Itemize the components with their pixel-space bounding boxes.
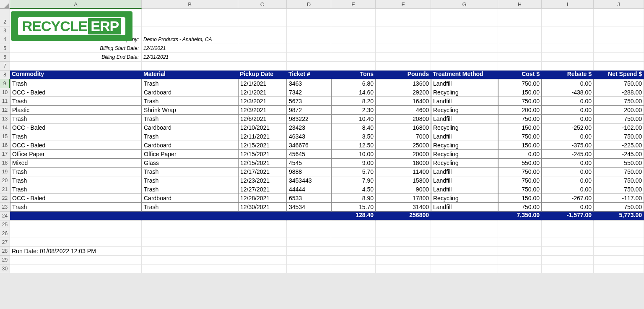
cell-7-G[interactable] <box>431 62 498 71</box>
table-cell-ticket[interactable]: 346676 <box>287 141 331 150</box>
row-header-23[interactable]: 23 <box>0 203 10 212</box>
table-cell-date[interactable]: 12/3/2021 <box>238 97 287 106</box>
table-cell-pounds[interactable]: 4600 <box>376 106 431 115</box>
table-cell-date[interactable]: 12/27/2021 <box>238 185 287 194</box>
table-cell-commodity[interactable]: Mixed <box>10 159 142 168</box>
cell-27-A[interactable] <box>10 238 142 247</box>
company-value[interactable]: Demo Products - Anaheim, CA <box>142 35 238 44</box>
total-blank-1[interactable] <box>142 212 238 220</box>
table-cell-commodity[interactable]: Trash <box>10 132 142 141</box>
billing-start-label[interactable]: Billing Start Date: <box>10 44 142 53</box>
cell-30-F[interactable] <box>376 264 431 273</box>
cell-26-B[interactable] <box>142 229 238 238</box>
cell-29-J[interactable] <box>594 256 644 264</box>
cell-7-J[interactable] <box>594 62 644 71</box>
cell-25-J[interactable] <box>594 220 644 229</box>
row-header-20[interactable]: 20 <box>0 176 10 185</box>
table-cell-date[interactable]: 12/23/2021 <box>238 176 287 185</box>
cell-29-D[interactable] <box>287 256 331 264</box>
row-header-30[interactable]: 30 <box>0 264 10 273</box>
cell-28-C[interactable] <box>238 247 287 256</box>
row-header-24[interactable]: 24 <box>0 212 10 220</box>
table-header-pounds[interactable]: Pounds <box>376 71 431 79</box>
spreadsheet-grid[interactable]: ABCDEFGHIJ123Recycling Metrics4Company:D… <box>0 0 644 273</box>
total-cost[interactable]: 7,350.00 <box>498 212 542 220</box>
table-cell-tons[interactable]: 7.90 <box>331 176 376 185</box>
table-cell-net[interactable]: -225.00 <box>594 141 644 150</box>
row-header-19[interactable]: 19 <box>0 168 10 176</box>
table-header-pickup_date[interactable]: Pickup Date <box>238 71 287 79</box>
cell-4-C[interactable] <box>238 35 287 44</box>
cell-26-H[interactable] <box>498 229 542 238</box>
table-cell-net[interactable]: 750.00 <box>594 185 644 194</box>
cell-29-I[interactable] <box>542 256 594 264</box>
table-cell-net[interactable]: 750.00 <box>594 115 644 123</box>
table-cell-net[interactable]: 750.00 <box>594 203 644 212</box>
table-header-cost[interactable]: Cost $ <box>498 71 542 79</box>
table-cell-material[interactable]: Trash <box>142 203 238 212</box>
cell-6-H[interactable] <box>498 53 542 62</box>
table-cell-cost[interactable]: 200.00 <box>498 106 542 115</box>
table-cell-net[interactable]: -102.00 <box>594 123 644 132</box>
table-cell-tons[interactable]: 8.20 <box>331 97 376 106</box>
row-header-3[interactable]: 3 <box>0 26 10 35</box>
billing-end-label[interactable]: Billing End Date: <box>10 53 142 62</box>
table-cell-pounds[interactable]: 20000 <box>376 150 431 159</box>
table-cell-material[interactable]: Cardboard <box>142 88 238 97</box>
table-cell-date[interactable]: 12/1/2021 <box>238 88 287 97</box>
table-cell-tons[interactable]: 5.70 <box>331 168 376 176</box>
cell-26-J[interactable] <box>594 229 644 238</box>
row-header-6[interactable]: 6 <box>0 53 10 62</box>
cell-26-D[interactable] <box>287 229 331 238</box>
active-cell[interactable]: Trash <box>10 79 142 88</box>
table-cell-material[interactable]: Cardboard <box>142 123 238 132</box>
table-cell-rebate[interactable]: 0.00 <box>542 79 594 88</box>
table-cell-material[interactable]: Trash <box>142 79 238 88</box>
cell-30-E[interactable] <box>331 264 376 273</box>
cell-28-J[interactable] <box>594 247 644 256</box>
table-cell-net[interactable]: -117.00 <box>594 194 644 203</box>
cell-4-F[interactable] <box>376 35 431 44</box>
table-cell-ticket[interactable]: 34534 <box>287 203 331 212</box>
row-header-5[interactable]: 5 <box>0 44 10 53</box>
table-cell-rebate[interactable]: 0.00 <box>542 106 594 115</box>
column-header-I[interactable]: I <box>542 0 594 9</box>
total-pounds[interactable]: 256800 <box>376 212 431 220</box>
table-cell-pounds[interactable]: 16400 <box>376 97 431 106</box>
table-cell-material[interactable]: Cardboard <box>142 194 238 203</box>
cell-5-D[interactable] <box>287 44 331 53</box>
cell-4-I[interactable] <box>542 35 594 44</box>
cell-29-A[interactable] <box>10 256 142 264</box>
cell-27-C[interactable] <box>238 238 287 247</box>
cell-7-F[interactable] <box>376 62 431 71</box>
table-cell-treatment[interactable]: Recycling <box>431 88 498 97</box>
table-cell-commodity[interactable]: Trash <box>10 168 142 176</box>
table-cell-tons[interactable]: 14.60 <box>331 88 376 97</box>
table-cell-material[interactable]: Trash <box>142 185 238 194</box>
table-cell-cost[interactable]: 750.00 <box>498 132 542 141</box>
table-cell-treatment[interactable]: Recycling <box>431 194 498 203</box>
table-cell-net[interactable]: 200.00 <box>594 106 644 115</box>
table-cell-ticket[interactable]: 45645 <box>287 150 331 159</box>
table-cell-cost[interactable]: 150.00 <box>498 123 542 132</box>
table-cell-rebate[interactable]: -267.00 <box>542 194 594 203</box>
table-cell-treatment[interactable]: Landfill <box>431 168 498 176</box>
table-cell-treatment[interactable]: Recycling <box>431 159 498 168</box>
total-blank-6[interactable] <box>431 212 498 220</box>
table-cell-treatment[interactable]: Landfill <box>431 115 498 123</box>
table-cell-rebate[interactable]: -252.00 <box>542 123 594 132</box>
cell-30-H[interactable] <box>498 264 542 273</box>
cell-28-B[interactable] <box>142 247 238 256</box>
row-header-28[interactable]: 28 <box>0 247 10 256</box>
total-blank-2[interactable] <box>238 212 287 220</box>
cell-2-J[interactable] <box>594 18 644 26</box>
table-cell-material[interactable]: Glass <box>142 159 238 168</box>
cell-29-G[interactable] <box>431 256 498 264</box>
cell-25-A[interactable] <box>10 220 142 229</box>
cell-4-D[interactable] <box>287 35 331 44</box>
table-cell-commodity[interactable]: OCC - Baled <box>10 194 142 203</box>
cell-3-D[interactable] <box>287 26 331 35</box>
cell-2-B[interactable] <box>142 18 238 26</box>
table-cell-cost[interactable]: 0.00 <box>498 150 542 159</box>
row-header-12[interactable]: 12 <box>0 106 10 115</box>
